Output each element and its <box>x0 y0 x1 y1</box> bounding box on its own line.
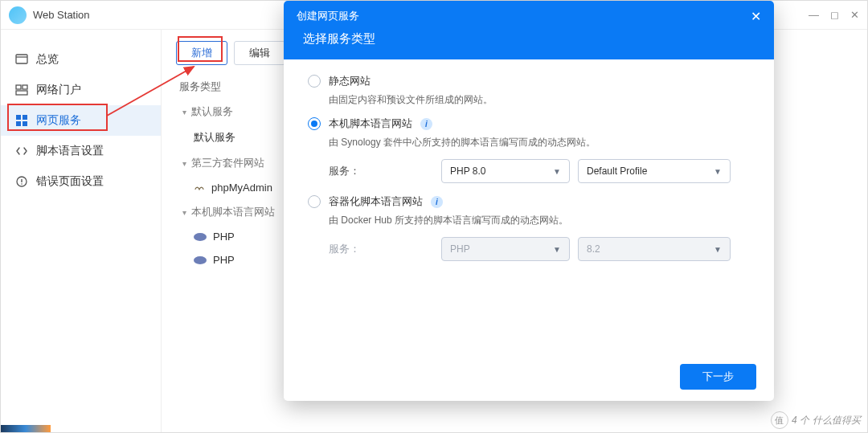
chevron-down-icon: ▾ <box>182 108 186 116</box>
caret-down-icon: ▼ <box>714 245 722 254</box>
container-service-select: PHP ▼ <box>441 237 570 261</box>
profile-select[interactable]: Default Profile ▼ <box>578 159 731 183</box>
service-label: 服务： <box>329 242 433 256</box>
webservice-icon <box>15 114 28 127</box>
service-value: PHP 8.0 <box>450 165 485 177</box>
svg-rect-4 <box>16 91 27 95</box>
chevron-down-icon: ▾ <box>182 208 186 217</box>
caret-down-icon: ▼ <box>714 167 722 176</box>
edit-button[interactable]: 编辑 <box>234 41 285 65</box>
svg-rect-0 <box>16 55 27 63</box>
service-label: 服务： <box>329 164 433 178</box>
chevron-down-icon: ▾ <box>182 159 186 168</box>
app-title: Web Station <box>33 9 90 21</box>
watermark: 值 4 个 什么值得买 <box>771 411 861 429</box>
app-logo-icon <box>9 6 27 24</box>
svg-rect-2 <box>16 85 21 89</box>
portal-icon <box>15 84 28 96</box>
option-desc: 由 Docker Hub 所支持的脚本语言编写而成的动态网站。 <box>329 214 750 227</box>
option-desc: 由 Synology 套件中心所支持的脚本语言编写而成的动态网站。 <box>329 136 750 149</box>
caret-down-icon: ▼ <box>553 167 561 176</box>
sidebar-label: 网页服务 <box>36 113 81 128</box>
minimize-button[interactable]: — <box>809 9 819 21</box>
svg-point-11 <box>21 183 23 185</box>
svg-rect-3 <box>23 85 27 89</box>
php-icon <box>194 233 207 241</box>
overview-icon <box>15 53 28 66</box>
sidebar-item-overview[interactable]: 总览 <box>1 44 161 75</box>
modal-header-title: 创建网页服务 <box>297 9 359 23</box>
sidebar-label: 总览 <box>36 52 59 67</box>
modal-header: 创建网页服务 ✕ <box>284 1 774 31</box>
option-desc: 由固定内容和预设文件所组成的网站。 <box>329 93 750 107</box>
radio-native-script[interactable] <box>308 117 321 130</box>
svg-rect-6 <box>23 115 27 120</box>
sidebar-item-error[interactable]: 错误页面设置 <box>1 166 161 197</box>
close-icon[interactable]: ✕ <box>751 9 761 24</box>
container-version-select: 8.2 ▼ <box>578 237 731 261</box>
option-title: 容器化脚本语言网站 <box>329 194 423 209</box>
svg-rect-5 <box>16 115 21 120</box>
modal-title: 选择服务类型 <box>284 31 774 59</box>
radio-static[interactable] <box>308 75 321 88</box>
next-button[interactable]: 下一步 <box>680 364 756 390</box>
create-webservice-modal: 创建网页服务 ✕ 选择服务类型 静态网站 由固定内容和预设文件所组成的网站。 本… <box>284 1 774 401</box>
sidebar-item-portal[interactable]: 网络门户 <box>1 75 161 105</box>
watermark-icon: 值 <box>771 411 788 429</box>
sidebar: 总览 网络门户 网页服务 脚本语言设置 错误页面设置 <box>1 30 162 432</box>
container-version-value: 8.2 <box>587 243 600 255</box>
svg-rect-7 <box>16 121 21 126</box>
phpmyadmin-icon <box>194 182 205 194</box>
option-container-script[interactable]: 容器化脚本语言网站 i 由 Docker Hub 所支持的脚本语言编写而成的动态… <box>308 194 750 261</box>
window-controls: — ◻ ✕ <box>809 9 859 21</box>
option-native-script[interactable]: 本机脚本语言网站 i 由 Synology 套件中心所支持的脚本语言编写而成的动… <box>308 116 750 183</box>
app-window: Web Station — ◻ ✕ 总览 网络门户 网页服务 脚本语言设置 <box>0 0 868 433</box>
info-icon[interactable]: i <box>431 196 443 208</box>
info-icon[interactable]: i <box>420 118 432 130</box>
close-button[interactable]: ✕ <box>850 9 859 21</box>
container-service-value: PHP <box>450 243 470 255</box>
taskbar-fragment <box>1 425 51 432</box>
sidebar-label: 网络门户 <box>36 83 81 97</box>
sidebar-item-script[interactable]: 脚本语言设置 <box>1 136 161 166</box>
sidebar-label: 错误页面设置 <box>36 174 104 189</box>
error-icon <box>15 175 28 188</box>
service-select[interactable]: PHP 8.0 ▼ <box>441 159 570 183</box>
option-static[interactable]: 静态网站 由固定内容和预设文件所组成的网站。 <box>308 74 750 107</box>
option-title: 静态网站 <box>329 74 371 88</box>
option-title: 本机脚本语言网站 <box>329 116 412 131</box>
sidebar-item-webservice[interactable]: 网页服务 <box>1 105 161 136</box>
sidebar-label: 脚本语言设置 <box>36 144 104 158</box>
radio-container-script[interactable] <box>308 195 321 208</box>
svg-rect-8 <box>23 121 27 126</box>
maximize-button[interactable]: ◻ <box>830 9 839 21</box>
script-icon <box>15 145 28 157</box>
caret-down-icon: ▼ <box>553 245 561 254</box>
profile-value: Default Profile <box>587 165 647 177</box>
modal-body: 静态网站 由固定内容和预设文件所组成的网站。 本机脚本语言网站 i 由 Syno… <box>284 59 774 261</box>
add-button[interactable]: 新增 <box>176 41 227 65</box>
php-icon <box>194 256 207 264</box>
